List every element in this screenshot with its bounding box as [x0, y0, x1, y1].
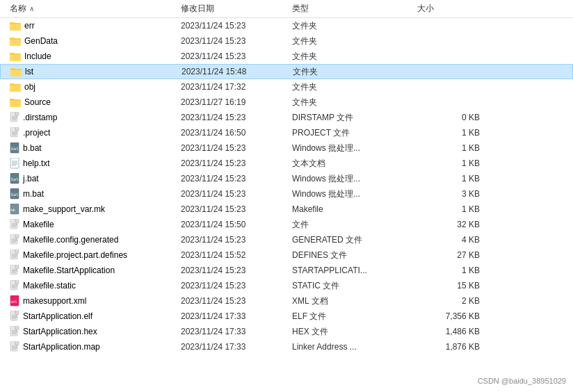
file-icon — [10, 234, 19, 245]
file-row[interactable]: bat j.bat 2023/11/24 15:23 Windows 批处理..… — [0, 171, 573, 186]
folder-icon — [10, 51, 21, 61]
file-name-cell: lst — [1, 67, 181, 76]
file-date: 2023/11/24 15:23 — [181, 36, 292, 46]
folder-icon — [10, 21, 21, 31]
file-row[interactable]: GenData 2023/11/24 15:23 文件夹 — [0, 33, 573, 49]
file-row[interactable]: .project 2023/11/24 16:50 PROJECT 文件 1 K… — [0, 125, 573, 140]
col-header-type[interactable]: 类型 — [292, 3, 417, 15]
file-size: 1 KB — [417, 143, 487, 153]
file-name-cell: StartApplication.elf — [0, 311, 181, 322]
file-date: 2023/11/24 17:32 — [181, 82, 292, 92]
svg-rect-80 — [15, 326, 19, 329]
file-type: DEFINES 文件 — [292, 250, 417, 261]
watermark: CSDN @baidu_38951029 — [478, 377, 566, 385]
file-date: 2023/11/24 15:23 — [181, 174, 292, 183]
folder-icon — [10, 82, 21, 92]
file-name-cell: bat m.bat — [0, 188, 181, 199]
file-name-cell: GenData — [0, 36, 181, 46]
file-name: Makefile.project.part.defines — [23, 250, 127, 260]
file-name: make_support_var.mk — [23, 204, 105, 214]
file-icon — [10, 326, 19, 337]
file-date: 2023/11/24 17:33 — [181, 327, 292, 336]
file-date: 2023/11/24 15:23 — [181, 143, 292, 153]
file-row[interactable]: mk make_support_var.mk 2023/11/24 15:23 … — [0, 202, 573, 217]
file-row[interactable]: bat m.bat 2023/11/24 15:23 Windows 批处理..… — [0, 186, 573, 202]
file-size: 1 KB — [417, 174, 487, 183]
file-name: Makefile — [23, 220, 54, 229]
file-row[interactable]: Makefile 2023/11/24 15:50 文件 32 KB — [0, 217, 573, 232]
file-row[interactable]: Include 2023/11/24 15:23 文件夹 — [0, 49, 573, 64]
file-name: .project — [23, 128, 50, 138]
bat-icon: bat — [10, 173, 19, 184]
file-name: Include — [24, 51, 51, 61]
svg-text:bat: bat — [11, 146, 19, 151]
file-row[interactable]: StartApplication.elf 2023/11/24 17:33 EL… — [0, 309, 573, 324]
file-row[interactable]: xml makesupport.xml 2023/11/24 15:23 XML… — [0, 293, 573, 309]
name-header-label: 名称 — [10, 3, 26, 15]
col-header-name[interactable]: 名称 ∧ — [0, 3, 181, 15]
file-date: 2023/11/24 15:23 — [181, 189, 292, 199]
file-date: 2023/11/24 17:33 — [181, 311, 292, 321]
file-date: 2023/11/24 15:23 — [181, 296, 292, 306]
col-header-date[interactable]: 修改日期 — [181, 3, 292, 15]
file-size: 15 KB — [417, 281, 487, 291]
txt-icon — [10, 158, 19, 169]
file-row[interactable]: StartApplication.hex 2023/11/24 17:33 HE… — [0, 324, 573, 339]
file-row[interactable]: lst 2023/11/24 15:48 文件夹 — [0, 64, 573, 79]
file-name: err — [24, 21, 35, 31]
file-name-cell: Makefile.StartApplication — [0, 265, 181, 276]
file-name-cell: StartApplication.hex — [0, 326, 181, 337]
file-type: 文件夹 — [292, 97, 417, 108]
file-size: 4 KB — [417, 235, 487, 245]
file-type: DIRSTAMP 文件 — [292, 112, 417, 124]
file-type: STATIC 文件 — [292, 280, 417, 292]
file-row[interactable]: .dirstamp 2023/11/24 15:23 DIRSTAMP 文件 0… — [0, 110, 573, 125]
file-date: 2023/11/24 15:23 — [181, 281, 292, 291]
file-explorer: 名称 ∧ 修改日期 类型 大小 err 2023/11/24 15:23 文件夹… — [0, 0, 573, 354]
file-name: b.bat — [23, 143, 42, 153]
file-row[interactable]: obj 2023/11/24 17:32 文件夹 — [0, 79, 573, 95]
file-row[interactable]: bat b.bat 2023/11/24 15:23 Windows 批处理..… — [0, 140, 573, 156]
file-type: Windows 批处理... — [292, 173, 417, 185]
file-date: 2023/11/24 15:23 — [181, 51, 292, 61]
svg-rect-85 — [15, 341, 19, 345]
file-name-cell: Makefile.project.part.defines — [0, 250, 181, 261]
file-row[interactable]: help.txt 2023/11/24 15:23 文本文档 1 KB — [0, 156, 573, 171]
file-icon — [10, 265, 19, 276]
folder-icon — [10, 97, 21, 107]
file-name: StartApplication.map — [23, 342, 100, 352]
file-type: GENERATED 文件 — [292, 234, 417, 246]
svg-rect-63 — [15, 265, 19, 268]
file-size: 32 KB — [417, 220, 487, 229]
file-name: Source — [24, 97, 51, 107]
file-date: 2023/11/27 16:19 — [181, 97, 292, 107]
file-type: Windows 批处理... — [292, 188, 417, 200]
file-name-cell: .dirstamp — [0, 112, 181, 123]
file-type: 文件夹 — [293, 66, 418, 78]
file-name-cell: bat b.bat — [0, 142, 181, 154]
file-icon — [10, 219, 19, 230]
file-row[interactable]: StartApplication.map 2023/11/24 17:33 Li… — [0, 339, 573, 354]
file-date: 2023/11/24 15:48 — [181, 67, 293, 76]
bat-icon: bat — [10, 188, 19, 199]
svg-rect-30 — [15, 127, 19, 131]
file-name: lst — [25, 67, 33, 76]
file-row[interactable]: Makefile.StartApplication 2023/11/24 15:… — [0, 263, 573, 278]
file-row[interactable]: Makefile.static 2023/11/24 15:23 STATIC … — [0, 278, 573, 293]
file-type: XML 文档 — [292, 295, 417, 307]
file-icon — [10, 112, 19, 123]
file-date: 2023/11/24 15:23 — [181, 113, 292, 122]
file-name: obj — [24, 82, 35, 92]
sort-arrow-icon: ∧ — [29, 5, 34, 13]
xml-icon: xml — [10, 295, 19, 307]
file-row[interactable]: Source 2023/11/27 16:19 文件夹 — [0, 95, 573, 110]
svg-rect-18 — [10, 85, 21, 92]
file-icon — [10, 127, 19, 138]
file-row[interactable]: err 2023/11/24 15:23 文件夹 — [0, 18, 573, 33]
folder-icon — [10, 67, 22, 76]
file-row[interactable]: Makefile.config.generated 2023/11/24 15:… — [0, 232, 573, 247]
file-row[interactable]: Makefile.project.part.defines 2023/11/24… — [0, 247, 573, 263]
file-name: Makefile.config.generated — [23, 235, 118, 245]
col-header-size[interactable]: 大小 — [417, 3, 487, 15]
file-name-cell: .project — [0, 127, 181, 138]
